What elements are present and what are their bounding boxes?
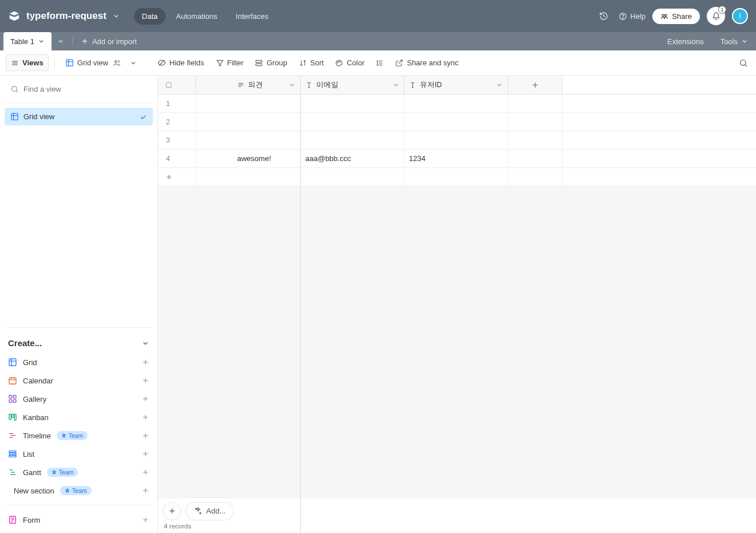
row-height-button[interactable]	[371, 56, 388, 70]
tab-data[interactable]: Data	[134, 8, 166, 25]
create-list-view[interactable]: List	[5, 445, 153, 463]
create-grid[interactable]: Grid	[5, 354, 153, 371]
cell-blank	[508, 131, 562, 149]
check-icon	[139, 113, 147, 121]
cell[interactable]: awesome!	[196, 150, 301, 167]
add-row[interactable]	[158, 168, 756, 186]
svg-line-27	[16, 91, 18, 92]
chevron-down-icon	[141, 339, 149, 347]
svg-rect-36	[9, 378, 16, 384]
help-button[interactable]: Help	[619, 12, 646, 21]
view-switcher[interactable]: Grid view	[61, 55, 125, 70]
eye-off-icon	[158, 58, 166, 67]
header-right: Help Share 1 I	[596, 7, 748, 25]
share-button[interactable]: Share	[652, 9, 700, 24]
create-list: Grid Calendar Gallery Kanban Timeline	[5, 354, 153, 528]
notifications-button[interactable]: 1	[707, 7, 725, 25]
create-calendar[interactable]: Calendar	[5, 372, 153, 389]
view-menu[interactable]	[128, 56, 139, 70]
plus-icon	[81, 37, 89, 45]
table-row[interactable]: 2	[158, 113, 756, 131]
table-row[interactable]: 1	[158, 95, 756, 113]
cell-blank	[508, 95, 562, 112]
sidebar-view-grid[interactable]: Grid view	[5, 108, 153, 126]
cell[interactable]	[301, 113, 404, 131]
row-number: 1	[158, 95, 196, 112]
find-view-input[interactable]	[23, 85, 147, 93]
table-tab-menu[interactable]	[52, 32, 70, 50]
people-icon	[113, 59, 121, 67]
chevron-down-icon	[496, 81, 503, 88]
filter-icon	[216, 59, 224, 67]
svg-point-18	[338, 61, 339, 61]
grid-icon	[65, 58, 74, 67]
sort-button[interactable]: Sort	[294, 55, 329, 70]
cell[interactable]	[404, 113, 508, 131]
table-row[interactable]: 3	[158, 131, 756, 150]
chevron-down-icon	[112, 12, 120, 20]
extensions-button[interactable]: Extensions	[662, 37, 710, 46]
cell[interactable]	[196, 113, 301, 131]
notification-badge: 1	[718, 6, 726, 14]
cell[interactable]	[404, 131, 508, 149]
hide-fields-button[interactable]: Hide fields	[153, 55, 209, 70]
cell[interactable]	[196, 131, 301, 149]
grid-footer: Add... 4 records	[158, 497, 756, 533]
grid-scroll[interactable]: 의견 이메일 유저ID 1	[158, 76, 756, 497]
share-sync-button[interactable]: Share and sync	[391, 55, 463, 70]
create-kanban[interactable]: Kanban	[5, 409, 153, 426]
svg-point-24	[741, 60, 746, 65]
history-button[interactable]	[596, 8, 612, 24]
create-timeline[interactable]: Timeline Team	[5, 427, 153, 444]
column-header-1[interactable]: 의견	[196, 76, 301, 94]
menu-icon	[11, 59, 19, 67]
plus-icon	[165, 173, 173, 181]
create-header[interactable]: Create...	[5, 332, 153, 354]
cell[interactable]: aaa@bbb.ccc	[301, 150, 404, 167]
gallery-icon	[8, 394, 17, 403]
search-button[interactable]	[737, 56, 750, 70]
views-sidebar: Grid view Create... Grid Calendar	[0, 76, 158, 533]
add-field-button[interactable]	[508, 76, 562, 94]
column-header-3[interactable]: 유저ID	[404, 76, 508, 94]
find-view[interactable]	[5, 80, 153, 98]
cell[interactable]: 1234	[404, 150, 508, 167]
divider	[6, 505, 152, 505]
cell[interactable]	[301, 95, 404, 112]
column-header-2[interactable]: 이메일	[301, 76, 404, 94]
table-tab-1[interactable]: Table 1	[3, 32, 52, 50]
svg-point-26	[12, 87, 17, 92]
long-text-icon	[237, 81, 245, 89]
add-or-import-button[interactable]: Add or import	[75, 32, 143, 50]
chevron-down-icon	[57, 38, 64, 45]
create-gallery[interactable]: Gallery	[5, 390, 153, 407]
select-all[interactable]	[158, 76, 196, 94]
group-button[interactable]: Group	[250, 55, 292, 70]
tab-automations[interactable]: Automations	[168, 8, 225, 25]
create-form[interactable]: Form	[5, 511, 153, 528]
cell[interactable]	[404, 95, 508, 112]
paint-icon	[335, 59, 343, 67]
base-switcher[interactable]: typeform-request	[8, 10, 120, 22]
row-height-icon	[376, 59, 384, 67]
tools-button[interactable]: Tools	[715, 37, 756, 46]
filter-button[interactable]: Filter	[211, 55, 249, 70]
create-gantt[interactable]: Gantt Team	[5, 464, 153, 481]
plus-icon	[141, 358, 149, 366]
svg-rect-44	[9, 399, 12, 402]
views-toggle[interactable]: Views	[6, 54, 49, 71]
svg-point-2	[662, 14, 664, 17]
create-new-section[interactable]: New section Team	[5, 482, 153, 499]
svg-point-17	[337, 62, 338, 62]
color-button[interactable]: Color	[330, 55, 369, 70]
avatar[interactable]: I	[732, 8, 748, 24]
help-label: Help	[631, 12, 646, 21]
plus-icon	[141, 413, 149, 421]
add-menu-button[interactable]: Add...	[186, 502, 234, 520]
table-row[interactable]: 4 awesome! aaa@bbb.ccc 1234	[158, 150, 756, 168]
cell[interactable]	[301, 131, 404, 149]
add-record-button[interactable]	[163, 502, 181, 520]
cell[interactable]	[196, 95, 301, 112]
svg-point-3	[665, 14, 667, 17]
tab-interfaces[interactable]: Interfaces	[228, 8, 277, 25]
